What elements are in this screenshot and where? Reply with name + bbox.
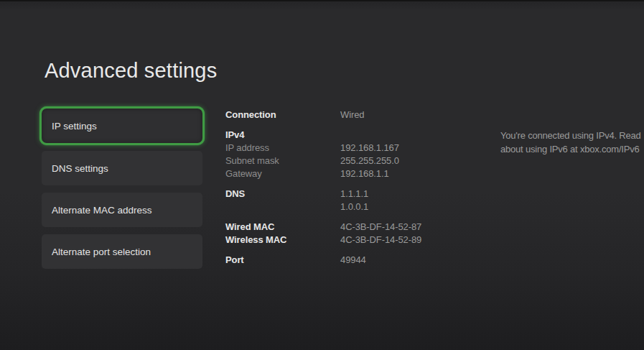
detail-label: Wired MAC	[225, 221, 340, 234]
advanced-settings-screen: Advanced settings IP settings DNS settin…	[0, 0, 644, 350]
detail-value: Wired	[340, 109, 364, 121]
settings-menu: IP settings DNS settings Alternate MAC a…	[42, 108, 202, 269]
detail-label: Wireless MAC	[225, 234, 340, 247]
detail-label: DNS	[225, 188, 340, 201]
detail-row-dns: DNS 1.1.1.1	[225, 188, 462, 201]
detail-row-wireless-mac: Wireless MAC 4C-3B-DF-14-52-89	[225, 234, 462, 247]
detail-row-connection: Connection Wired	[225, 109, 462, 121]
sidebar-item-label: Alternate MAC address	[52, 205, 152, 216]
detail-value: 1.1.1.1	[340, 188, 368, 201]
detail-value: 1.0.0.1	[340, 201, 368, 213]
detail-value: 192.168.1.1	[340, 167, 389, 180]
detail-label: Connection	[225, 109, 340, 121]
detail-row-port: Port 49944	[225, 254, 462, 267]
detail-label: IPv4	[225, 129, 340, 142]
detail-row-1-0-0-1: 1.0.0.1	[225, 201, 462, 213]
detail-row-ip-address: IP address 192.168.1.167	[225, 142, 462, 155]
sidebar-item-ip-settings[interactable]: IP settings	[39, 106, 205, 145]
sidebar-item-dns-settings[interactable]: DNS settings	[42, 151, 202, 185]
ipv6-notice: You're connected using IPv4. Read about …	[500, 129, 641, 156]
sidebar-item-label: IP settings	[52, 121, 97, 132]
ipv6-notice-line2: about using IPv6 at xbox.com/IPv6	[500, 142, 641, 156]
detail-value: 4C-3B-DF-14-52-89	[340, 234, 421, 247]
sidebar-item-label: Alternate port selection	[52, 247, 151, 257]
detail-value: 192.168.1.167	[340, 142, 399, 155]
detail-value: 255.255.255.0	[340, 155, 399, 167]
detail-label: IP address	[225, 142, 340, 155]
ipv6-notice-line1: You're connected using IPv4. Read	[500, 129, 641, 142]
detail-value: 49944	[340, 254, 366, 267]
sidebar-item-alternate-port-selection[interactable]: Alternate port selection	[42, 234, 202, 269]
detail-label: Gateway	[225, 167, 340, 180]
detail-row-subnet-mask: Subnet mask 255.255.255.0	[225, 155, 462, 167]
detail-value: 4C-3B-DF-14-52-87	[340, 221, 421, 234]
detail-row-wired-mac: Wired MAC 4C-3B-DF-14-52-87	[225, 221, 462, 234]
detail-row-ipv4: IPv4	[225, 129, 462, 142]
detail-row-gateway: Gateway 192.168.1.1	[225, 167, 462, 180]
detail-label	[225, 201, 340, 213]
network-details-panel: Connection Wired IPv4 IP address 192.168…	[225, 109, 462, 267]
detail-label: Subnet mask	[225, 155, 340, 167]
detail-label: Port	[225, 254, 340, 267]
sidebar-item-alternate-mac-address[interactable]: Alternate MAC address	[42, 193, 202, 227]
page-title: Advanced settings	[45, 59, 217, 83]
sidebar-item-label: DNS settings	[52, 163, 108, 174]
